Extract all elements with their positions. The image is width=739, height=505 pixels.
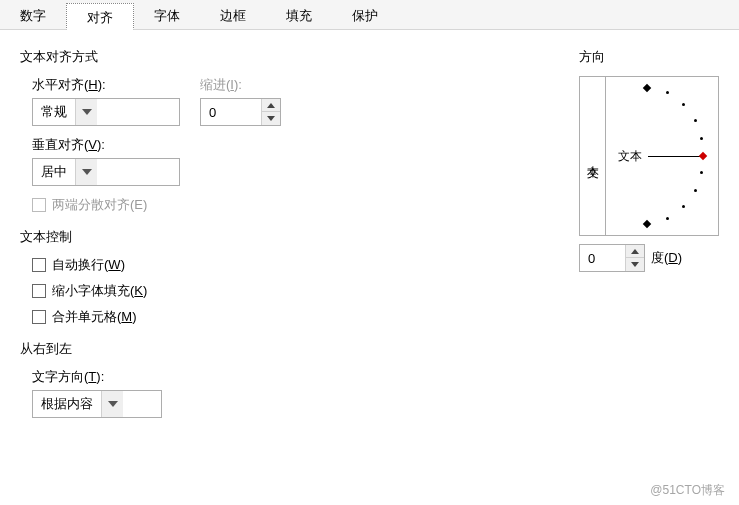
tab-border[interactable]: 边框 xyxy=(200,2,266,29)
tab-protection[interactable]: 保护 xyxy=(332,2,398,29)
checkbox-shrink-to-fit[interactable]: 缩小字体填充(K) xyxy=(32,282,549,300)
dropdown-value: 根据内容 xyxy=(33,395,101,413)
dropdown-vertical-align[interactable]: 居中 xyxy=(32,158,180,186)
dial-dot xyxy=(666,217,669,220)
section-text-alignment: 文本对齐方式 水平对齐(H): 常规 缩 xyxy=(20,48,549,214)
orientation-dial-indicator xyxy=(648,156,700,157)
checkbox-label: 合并单元格(M) xyxy=(52,308,137,326)
orientation-control[interactable]: 文本 文本 xyxy=(579,76,719,236)
spinner-up-icon[interactable] xyxy=(262,99,280,112)
section-title-orientation: 方向 xyxy=(579,48,719,66)
dial-dot xyxy=(666,91,669,94)
checkbox-label: 两端分散对齐(E) xyxy=(52,196,147,214)
tab-bar: 数字 对齐 字体 边框 填充 保护 xyxy=(0,0,739,30)
dial-selected-dot xyxy=(699,152,707,160)
dial-dot xyxy=(643,84,651,92)
section-right-to-left: 从右到左 文字方向(T): 根据内容 xyxy=(20,340,549,428)
spinner-indent[interactable]: 0 xyxy=(200,98,281,126)
checkbox-icon xyxy=(32,310,46,324)
chevron-down-icon xyxy=(75,159,97,185)
tab-number[interactable]: 数字 xyxy=(0,2,66,29)
label-vertical-align: 垂直对齐(V): xyxy=(32,136,549,154)
spinner-value: 0 xyxy=(580,245,625,271)
section-title-text-alignment: 文本对齐方式 xyxy=(20,48,549,66)
spinner-up-icon[interactable] xyxy=(626,245,644,258)
checkbox-label: 缩小字体填充(K) xyxy=(52,282,147,300)
checkbox-icon xyxy=(32,258,46,272)
section-text-control: 文本控制 自动换行(W) 缩小字体填充(K) 合 xyxy=(20,228,549,326)
spinner-degrees[interactable]: 0 xyxy=(579,244,645,272)
checkbox-icon xyxy=(32,198,46,212)
dropdown-value: 居中 xyxy=(33,163,75,181)
spinner-value: 0 xyxy=(201,99,261,125)
watermark: @51CTO博客 xyxy=(650,482,725,499)
orientation-vertical-text-button[interactable]: 文本 xyxy=(580,77,606,235)
checkbox-justify-distributed: 两端分散对齐(E) xyxy=(32,196,549,214)
dropdown-horizontal-align[interactable]: 常规 xyxy=(32,98,180,126)
dropdown-text-direction[interactable]: 根据内容 xyxy=(32,390,162,418)
tab-font[interactable]: 字体 xyxy=(134,2,200,29)
dial-dot xyxy=(694,119,697,122)
section-title-text-control: 文本控制 xyxy=(20,228,549,246)
label-indent: 缩进(I): xyxy=(200,76,281,94)
spinner-down-icon[interactable] xyxy=(626,258,644,271)
chevron-down-icon xyxy=(101,391,123,417)
dial-dot xyxy=(682,205,685,208)
section-orientation: 方向 文本 文本 xyxy=(579,48,719,272)
dial-dot xyxy=(700,137,703,140)
checkbox-icon xyxy=(32,284,46,298)
tab-alignment[interactable]: 对齐 xyxy=(66,3,134,30)
label-degrees: 度(D) xyxy=(651,249,682,267)
chevron-down-icon xyxy=(75,99,97,125)
label-text-direction: 文字方向(T): xyxy=(32,368,549,386)
dial-dot xyxy=(643,220,651,228)
dropdown-value: 常规 xyxy=(33,103,75,121)
label-horizontal-align: 水平对齐(H): xyxy=(32,76,180,94)
checkbox-label: 自动换行(W) xyxy=(52,256,125,274)
dial-dot xyxy=(694,189,697,192)
orientation-dial-label: 文本 xyxy=(618,148,642,165)
checkbox-merge-cells[interactable]: 合并单元格(M) xyxy=(32,308,549,326)
dial-dot xyxy=(682,103,685,106)
dial-dot xyxy=(700,171,703,174)
orientation-dial[interactable]: 文本 xyxy=(606,77,718,235)
spinner-down-icon[interactable] xyxy=(262,112,280,125)
tab-fill[interactable]: 填充 xyxy=(266,2,332,29)
checkbox-wrap-text[interactable]: 自动换行(W) xyxy=(32,256,549,274)
section-title-rtl: 从右到左 xyxy=(20,340,549,358)
